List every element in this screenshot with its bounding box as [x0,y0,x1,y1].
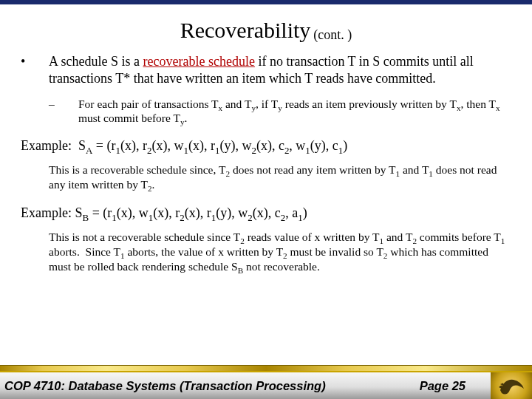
gold-divider [0,365,532,371]
bullet-dot-icon: • [21,53,49,86]
sub-rule: – For each pair of transactions Tx and T… [49,97,511,126]
title-cont: (cont. ) [313,27,352,42]
defn-term: recoverable schedule [143,54,255,69]
definition-text: A schedule S is a recoverable schedule i… [49,53,511,86]
ucf-pegasus-logo [491,372,532,399]
sub-rule-text: For each pair of transactions Tx and Ty,… [78,97,511,126]
slide-body: • A schedule S is a recoverable schedule… [0,53,532,274]
defn-pre: A schedule S is a [49,54,143,69]
slide-footer: COP 4710: Database Systems (Transaction … [0,371,532,399]
footer-bar: COP 4710: Database Systems (Transaction … [0,372,491,399]
example-b-line: Example: SB = (r1(x), w1(x), r2(x), r1(y… [21,205,511,222]
slide-title: Recoverability (cont. ) [0,4,532,53]
dash-icon: – [49,97,78,126]
example-b-explain: This is not a recoverable schedule since… [49,230,511,274]
footer-course: COP 4710: Database Systems (Transaction … [4,379,326,393]
example-a-explain: This is a recoverable schedule since, T2… [49,163,511,192]
title-main: Recoverability [180,18,311,42]
definition-bullet: • A schedule S is a recoverable schedule… [21,53,511,86]
example-a-line: Example: SA = (r1(x), r2(x), w1(x), r1(y… [21,137,511,154]
footer-page: Page 25 [420,379,466,393]
